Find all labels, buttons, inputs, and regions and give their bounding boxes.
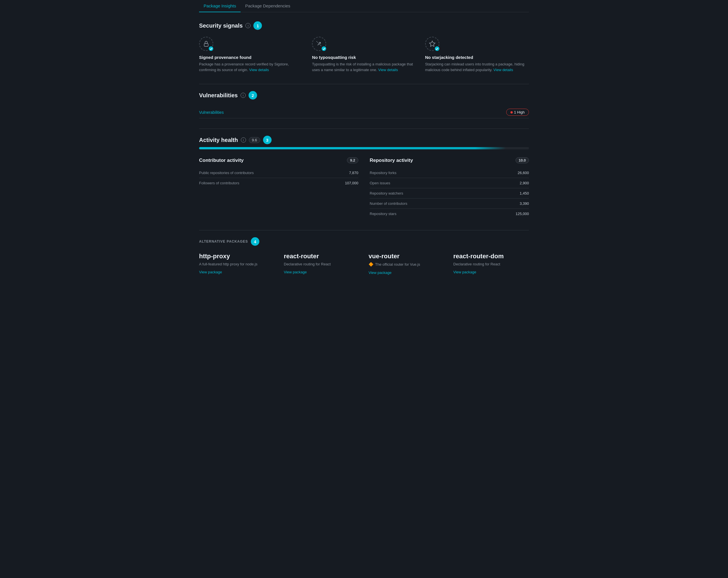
- signal-typosquatting: No typosquatting risk Typosquatting is t…: [312, 37, 416, 73]
- security-signals-header: Security signals i 1: [199, 21, 529, 30]
- repo-stat-watchers: Repository watchers 1,450: [370, 188, 529, 199]
- repo-stat-stars-value: 125,000: [516, 211, 529, 216]
- alt-pkg-http-proxy-link[interactable]: View package: [199, 270, 222, 274]
- alt-pkg-react-router-link[interactable]: View package: [284, 270, 307, 274]
- activity-health-header: Activity health i 9.6 3: [199, 136, 529, 144]
- repo-stat-issues-label: Open issues: [370, 181, 390, 185]
- alt-pkg-react-router-dom-link[interactable]: View package: [453, 270, 476, 274]
- contributor-activity-header: Contributor activity 9.2: [199, 157, 358, 163]
- svg-rect-0: [204, 44, 208, 46]
- signal-typosquatting-check: [321, 46, 327, 51]
- contrib-stat-public-repos-value: 7,870: [349, 171, 358, 175]
- vuln-severity-dot: [511, 111, 513, 114]
- vulnerabilities-section: Vulnerabilities i 2 Vulnerabilities 1 Hi…: [199, 84, 529, 118]
- alternative-packages-section: ALTERNATIVE PACKAGES 4 http-proxy A full…: [199, 230, 529, 275]
- tabs-bar: Package Insights Package Dependencies: [199, 0, 529, 12]
- alt-pkg-react-router-dom: react-router-dom Declarative routing for…: [453, 253, 529, 275]
- signal-provenance-icon-wrap: [199, 37, 214, 51]
- contrib-stat-followers: Followers of contributors 107,000: [199, 178, 358, 188]
- repo-stat-forks: Repository forks 26,600: [370, 168, 529, 178]
- contributor-activity-col: Contributor activity 9.2 Public reposito…: [199, 157, 358, 219]
- activity-health-step-badge: 3: [263, 136, 271, 144]
- alt-pkg-react-router-name: react-router: [284, 253, 360, 260]
- vulnerabilities-info-icon[interactable]: i: [240, 93, 246, 98]
- repo-stat-watchers-value: 1,450: [520, 191, 529, 195]
- alt-pkg-react-router: react-router Declarative routing for Rea…: [284, 253, 360, 275]
- vulnerabilities-row: Vulnerabilities 1 High: [199, 106, 529, 118]
- vue-router-icon: 🔶: [368, 262, 373, 268]
- contrib-stat-followers-label: Followers of contributors: [199, 181, 239, 185]
- signal-provenance-desc: Package has a provenance record verified…: [199, 61, 303, 73]
- alt-pkg-vue-router-link[interactable]: View package: [368, 271, 392, 275]
- signal-typosquatting-desc: Typosquatting is the risk of installing …: [312, 61, 416, 73]
- repo-stat-issues-value: 2,900: [520, 181, 529, 185]
- contrib-stat-followers-value: 107,000: [345, 181, 358, 185]
- alt-pkg-react-router-desc: Declarative routing for React: [284, 262, 360, 267]
- alt-pkg-http-proxy-name: http-proxy: [199, 253, 275, 260]
- tab-package-dependencies[interactable]: Package Dependencies: [240, 0, 295, 12]
- alt-packages-header: ALTERNATIVE PACKAGES 4: [199, 237, 529, 246]
- signal-typosquatting-link[interactable]: View details: [378, 68, 398, 72]
- signal-starjacking-check: [434, 46, 440, 51]
- contributor-activity-score: 9.2: [347, 157, 358, 163]
- vuln-divider: [199, 84, 529, 84]
- security-signals-step-badge: 1: [253, 21, 262, 30]
- vulnerabilities-step-badge: 2: [249, 91, 257, 100]
- vulnerabilities-label[interactable]: Vulnerabilities: [199, 110, 224, 115]
- vulnerabilities-badge: 1 High: [506, 109, 529, 116]
- activity-health-title: Activity health: [199, 137, 238, 143]
- signal-typosquatting-icon-wrap: [312, 37, 327, 51]
- signal-starjacking-icon-wrap: [425, 37, 440, 51]
- activity-health-score: 9.6: [249, 137, 260, 143]
- signal-provenance-check: [208, 46, 214, 51]
- svg-marker-3: [430, 41, 435, 46]
- security-signals-grid: Signed provenance found Package has a pr…: [199, 37, 529, 73]
- svg-line-2: [316, 41, 322, 46]
- repository-activity-header: Repository activity 10.0: [370, 157, 529, 163]
- alt-pkg-http-proxy-desc: A full-featured http proxy for node.js: [199, 262, 275, 267]
- signal-starjacking-link[interactable]: View details: [493, 68, 513, 72]
- security-signals-title: Security signals: [199, 23, 242, 29]
- repo-stat-forks-value: 26,600: [518, 171, 529, 175]
- alt-packages-step-badge: 4: [251, 237, 259, 246]
- alt-pkg-react-router-dom-name: react-router-dom: [453, 253, 529, 260]
- activity-health-section: Activity health i 9.6 3 Contributor acti…: [199, 129, 529, 219]
- repo-stat-stars: Repository stars 125,000: [370, 209, 529, 219]
- contributor-activity-title: Contributor activity: [199, 157, 244, 163]
- alt-pkg-vue-router-desc: 🔶 The official router for Vue.js: [368, 262, 444, 268]
- repository-activity-score: 10.0: [516, 157, 529, 163]
- alt-packages-grid: http-proxy A full-featured http proxy fo…: [199, 253, 529, 275]
- repo-stat-stars-label: Repository stars: [370, 211, 396, 216]
- signal-starjacking: No starjacking detected Starjacking can …: [425, 37, 529, 73]
- activity-health-info-icon[interactable]: i: [241, 137, 246, 143]
- activity-health-progress-fill: [199, 147, 506, 149]
- repo-stat-watchers-label: Repository watchers: [370, 191, 403, 195]
- repo-stat-contributors: Number of contributors 3,390: [370, 199, 529, 209]
- security-signals-info-icon[interactable]: i: [245, 23, 251, 28]
- alt-pkg-react-router-dom-desc: Declarative routing for React: [453, 262, 529, 267]
- signal-provenance-title: Signed provenance found: [199, 55, 303, 60]
- repo-stat-forks-label: Repository forks: [370, 171, 396, 175]
- repo-stat-issues: Open issues 2,900: [370, 178, 529, 188]
- alt-pkg-vue-router: vue-router 🔶 The official router for Vue…: [368, 253, 444, 275]
- contrib-stat-public-repos: Public repositories of contributors 7,87…: [199, 168, 358, 178]
- contrib-stat-public-repos-label: Public repositories of contributors: [199, 171, 254, 175]
- repo-stat-contributors-label: Number of contributors: [370, 201, 407, 206]
- alt-packages-title: ALTERNATIVE PACKAGES: [199, 240, 248, 244]
- signal-starjacking-title: No starjacking detected: [425, 55, 529, 60]
- repo-stat-contributors-value: 3,390: [520, 201, 529, 206]
- tab-package-insights[interactable]: Package Insights: [199, 0, 240, 12]
- alt-pkg-http-proxy: http-proxy A full-featured http proxy fo…: [199, 253, 275, 275]
- signal-provenance: Signed provenance found Package has a pr…: [199, 37, 303, 73]
- vuln-badge-text: 1 High: [514, 110, 525, 114]
- repository-activity-col: Repository activity 10.0 Repository fork…: [370, 157, 529, 219]
- signal-starjacking-desc: Starjacking can mislead users into trust…: [425, 61, 529, 73]
- repository-activity-title: Repository activity: [370, 157, 413, 163]
- signal-provenance-link[interactable]: View details: [249, 68, 269, 72]
- signal-typosquatting-title: No typosquatting risk: [312, 55, 416, 60]
- security-signals-section: Security signals i 1: [199, 21, 529, 73]
- activity-grid: Contributor activity 9.2 Public reposito…: [199, 157, 529, 219]
- alt-pkg-vue-router-name: vue-router: [368, 253, 444, 260]
- vulnerabilities-title: Vulnerabilities: [199, 92, 238, 99]
- activity-health-progress-bar: [199, 147, 529, 149]
